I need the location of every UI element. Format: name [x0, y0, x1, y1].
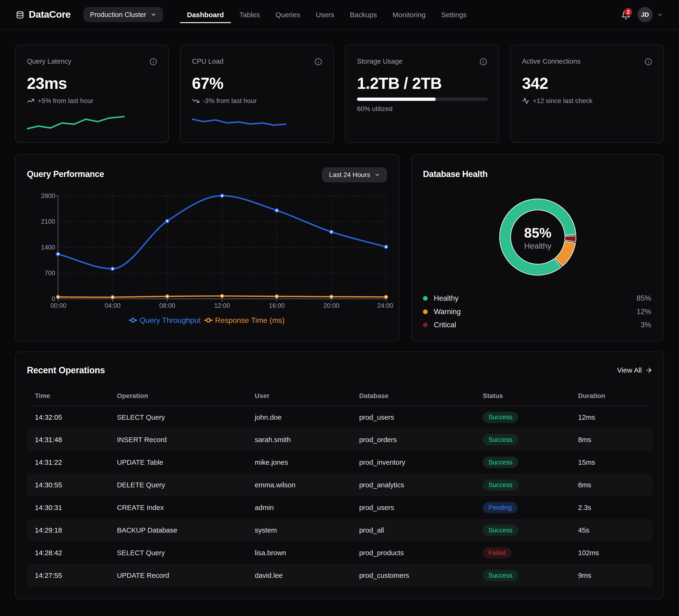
svg-text:0: 0 — [52, 295, 55, 302]
svg-text:00:00: 00:00 — [51, 302, 66, 309]
svg-text:700: 700 — [44, 270, 55, 277]
svg-text:2100: 2100 — [41, 218, 55, 225]
svg-text:04:00: 04:00 — [105, 302, 121, 309]
svg-text:20:00: 20:00 — [323, 302, 340, 309]
svg-text:2800: 2800 — [41, 192, 55, 199]
svg-text:24:00: 24:00 — [377, 302, 393, 309]
svg-text:08:00: 08:00 — [159, 302, 175, 309]
svg-text:16:00: 16:00 — [269, 302, 285, 309]
svg-text:1400: 1400 — [41, 244, 55, 251]
svg-text:Response Time (ms): Response Time (ms) — [215, 316, 285, 324]
svg-text:Query Throughput: Query Throughput — [139, 316, 201, 324]
svg-text:12:00: 12:00 — [214, 302, 230, 309]
